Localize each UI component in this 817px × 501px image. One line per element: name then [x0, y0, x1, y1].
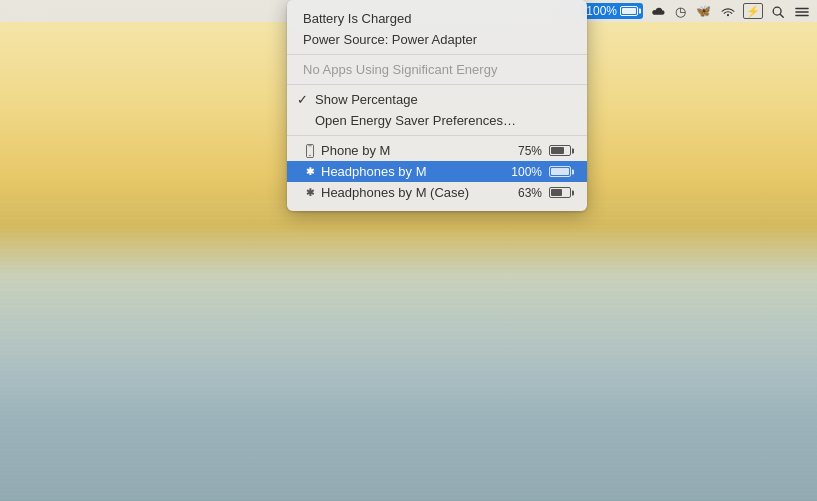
menu-section-devices: Phone by M 75% ✱ Headphones by M 100% ✱ … — [287, 136, 587, 207]
headphones-case-value: 63% — [518, 186, 571, 200]
menu-item-power-source: Power Source: Power Adapter — [287, 29, 587, 50]
headphones-case-battery-fill — [551, 189, 562, 196]
menu-section-energy: No Apps Using Significant Energy — [287, 55, 587, 85]
battery-icon — [620, 6, 638, 16]
headphones-case-label: Headphones by M (Case) — [321, 185, 518, 200]
show-percentage-label: Show Percentage — [315, 92, 571, 107]
menu-item-phone: Phone by M 75% — [287, 140, 587, 161]
headphones-label: Headphones by M — [321, 164, 511, 179]
open-prefs-label: Open Energy Saver Preferences… — [315, 113, 571, 128]
menu-section-preferences: ✓ Show Percentage Open Energy Saver Pref… — [287, 85, 587, 136]
menu-item-battery-charged: Battery Is Charged — [287, 8, 587, 29]
svg-point-6 — [309, 154, 310, 155]
battery-dropdown: Battery Is Charged Power Source: Power A… — [287, 0, 587, 211]
no-energy-label: No Apps Using Significant Energy — [303, 62, 571, 77]
headphones-battery-text: 100% — [511, 165, 542, 179]
phone-battery-text: 75% — [518, 144, 542, 158]
menubar-right-items: 100% ◷ 🦋 ⚡ — [581, 3, 811, 19]
clock-icon[interactable]: ◷ — [673, 4, 688, 19]
menu-section-status: Battery Is Charged Power Source: Power A… — [287, 4, 587, 55]
bluetooth-icon-case: ✱ — [303, 186, 317, 200]
power-source-label: Power Source: Power Adapter — [303, 32, 571, 47]
phone-battery-icon — [549, 145, 571, 156]
phone-icon — [303, 144, 317, 158]
menu-item-no-energy: No Apps Using Significant Energy — [287, 59, 587, 80]
phone-value: 75% — [518, 144, 571, 158]
bluetooth-icon-headphones: ✱ — [303, 165, 317, 179]
svg-line-1 — [780, 14, 783, 17]
menu-item-headphones-case: ✱ Headphones by M (Case) 63% — [287, 182, 587, 203]
headphones-case-battery-icon — [549, 187, 571, 198]
battery-charging-status-icon[interactable]: ⚡ — [743, 3, 763, 19]
wifi-icon[interactable] — [719, 3, 737, 19]
search-icon[interactable] — [769, 3, 787, 19]
headphones-value: 100% — [511, 165, 571, 179]
menu-item-show-percentage[interactable]: ✓ Show Percentage — [287, 89, 587, 110]
headphones-battery-icon — [549, 166, 571, 177]
cloud-icon[interactable] — [649, 3, 667, 19]
battery-percentage-text: 100% — [586, 4, 617, 18]
battery-charged-label: Battery Is Charged — [303, 11, 571, 26]
butterfly-icon[interactable]: 🦋 — [694, 4, 713, 18]
phone-label: Phone by M — [321, 143, 518, 158]
menu-item-headphones: ✱ Headphones by M 100% — [287, 161, 587, 182]
checkmark-icon: ✓ — [297, 92, 308, 107]
headphones-battery-fill — [551, 168, 569, 175]
phone-battery-fill — [551, 147, 564, 154]
battery-percentage-badge[interactable]: 100% — [581, 3, 643, 19]
menu-item-open-prefs[interactable]: Open Energy Saver Preferences… — [287, 110, 587, 131]
headphones-case-battery-text: 63% — [518, 186, 542, 200]
hamburger-menu-icon[interactable] — [793, 3, 811, 19]
